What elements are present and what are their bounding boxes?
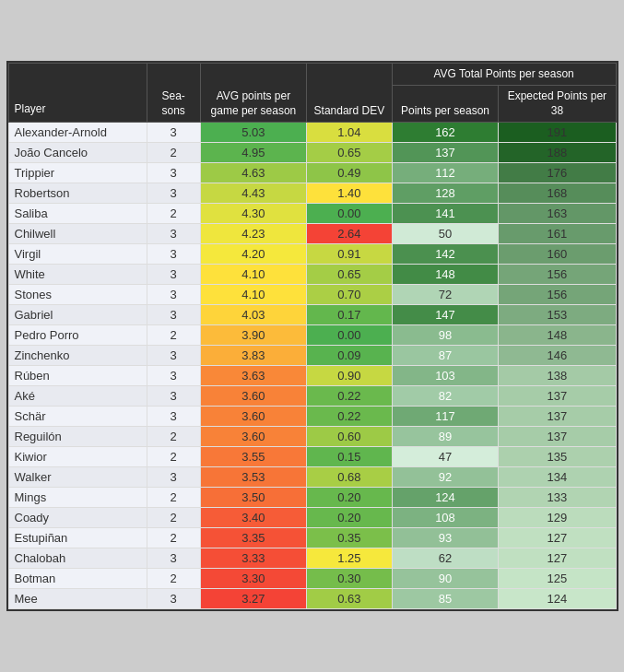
table-row: Reguilón23.600.6089137 <box>8 427 616 447</box>
std-cell: 0.09 <box>307 346 392 366</box>
avg-cell: 3.50 <box>200 488 307 508</box>
expected-header-label: Expected Points per 38 <box>508 89 606 117</box>
table-row: Trippier34.630.49112176 <box>8 163 616 183</box>
table-row: Gabriel34.030.17147153 <box>8 305 616 325</box>
seasons-cell: 3 <box>147 366 200 386</box>
std-cell: 0.60 <box>307 427 392 447</box>
std-cell: 0.22 <box>307 386 392 407</box>
expected-cell: 127 <box>499 528 616 548</box>
table-row: João Cancelo24.950.65137188 <box>8 143 616 163</box>
std-cell: 1.25 <box>307 548 392 569</box>
expected-cell: 161 <box>499 224 616 244</box>
player-name-cell: Rúben <box>8 366 147 386</box>
player-name-cell: Reguilón <box>8 427 147 447</box>
std-cell: 1.40 <box>307 183 392 204</box>
total-cell: 93 <box>392 528 499 548</box>
table-body: Alexander-Arnold35.031.04162191João Canc… <box>8 123 616 609</box>
std-cell: 0.49 <box>307 163 392 183</box>
player-name-cell: White <box>8 265 147 285</box>
avg-cell: 4.10 <box>200 265 307 285</box>
seasons-cell: 3 <box>147 265 200 285</box>
player-name-cell: Zinchenko <box>8 346 147 366</box>
seasons-header: Sea-sons <box>147 63 200 123</box>
avg-cell: 4.03 <box>200 305 307 325</box>
std-cell: 0.15 <box>307 447 392 467</box>
player-name-cell: Virgil <box>8 244 147 265</box>
total-cell: 72 <box>392 285 499 305</box>
std-cell: 0.00 <box>307 325 392 346</box>
total-cell: 98 <box>392 325 499 346</box>
expected-cell: 137 <box>499 386 616 407</box>
player-name-cell: Saliba <box>8 204 147 224</box>
std-cell: 2.64 <box>307 224 392 244</box>
total-cell: 162 <box>392 123 499 143</box>
total-cell: 103 <box>392 366 499 386</box>
player-name-cell: Aké <box>8 386 147 407</box>
std-cell: 0.00 <box>307 204 392 224</box>
table-row: Saliba24.300.00141163 <box>8 204 616 224</box>
seasons-cell: 3 <box>147 183 200 204</box>
table-row: Kiwior23.550.1547135 <box>8 447 616 467</box>
player-name-cell: Estupiñan <box>8 528 147 548</box>
total-cell: 148 <box>392 265 499 285</box>
avg-cell: 3.83 <box>200 346 307 366</box>
player-name-cell: Mings <box>8 488 147 508</box>
player-name-cell: Schär <box>8 407 147 427</box>
seasons-cell: 3 <box>147 346 200 366</box>
main-container: Player Sea-sons AVG points per game per … <box>6 61 618 612</box>
player-name-cell: Mee <box>8 589 147 609</box>
avg-cell: 3.40 <box>200 508 307 528</box>
seasons-cell: 2 <box>147 427 200 447</box>
expected-cell: 148 <box>499 325 616 346</box>
avg-cell: 3.30 <box>200 569 307 589</box>
avg-cell: 4.10 <box>200 285 307 305</box>
seasons-cell: 2 <box>147 447 200 467</box>
total-cell: 62 <box>392 548 499 569</box>
player-name-cell: Coady <box>8 508 147 528</box>
seasons-cell: 3 <box>147 163 200 183</box>
player-name-cell: Chalobah <box>8 548 147 569</box>
avg-cell: 3.55 <box>200 447 307 467</box>
player-header-label: Player <box>15 102 46 115</box>
std-cell: 1.04 <box>307 123 392 143</box>
total-cell: 89 <box>392 427 499 447</box>
total-cell: 82 <box>392 386 499 407</box>
total-cell: 137 <box>392 143 499 163</box>
total-cell: 112 <box>392 163 499 183</box>
expected-cell: 135 <box>499 447 616 467</box>
seasons-cell: 3 <box>147 244 200 265</box>
avg-cell: 5.03 <box>200 123 307 143</box>
expected-cell: 176 <box>499 163 616 183</box>
expected-cell: 168 <box>499 183 616 204</box>
seasons-cell: 2 <box>147 204 200 224</box>
seasons-cell: 3 <box>147 386 200 407</box>
table-row: White34.100.65148156 <box>8 265 616 285</box>
player-name-cell: Alexander-Arnold <box>8 123 147 143</box>
std-cell: 0.68 <box>307 467 392 488</box>
std-cell: 0.65 <box>307 143 392 163</box>
player-name-cell: João Cancelo <box>8 143 147 163</box>
player-name-cell: Trippier <box>8 163 147 183</box>
seasons-cell: 2 <box>147 488 200 508</box>
expected-cell: 137 <box>499 427 616 447</box>
table-row: Estupiñan23.350.3593127 <box>8 528 616 548</box>
table-row: Chalobah33.331.2562127 <box>8 548 616 569</box>
total-cell: 50 <box>392 224 499 244</box>
avg-cell: 4.43 <box>200 183 307 204</box>
seasons-cell: 2 <box>147 528 200 548</box>
seasons-cell: 2 <box>147 325 200 346</box>
expected-cell: 137 <box>499 407 616 427</box>
total-cell: 142 <box>392 244 499 265</box>
expected-header: Expected Points per 38 <box>499 86 616 123</box>
std-cell: 0.17 <box>307 305 392 325</box>
seasons-cell: 3 <box>147 285 200 305</box>
stats-table: Player Sea-sons AVG points per game per … <box>8 63 617 610</box>
table-row: Stones34.100.7072156 <box>8 285 616 305</box>
avg-total-group-header: AVG Total Points per season <box>392 63 616 86</box>
avg-total-header-label: Points per season <box>401 104 489 117</box>
table-row: Schär33.600.22117137 <box>8 407 616 427</box>
std-cell: 0.65 <box>307 265 392 285</box>
expected-cell: 160 <box>499 244 616 265</box>
total-cell: 87 <box>392 346 499 366</box>
player-name-cell: Walker <box>8 467 147 488</box>
